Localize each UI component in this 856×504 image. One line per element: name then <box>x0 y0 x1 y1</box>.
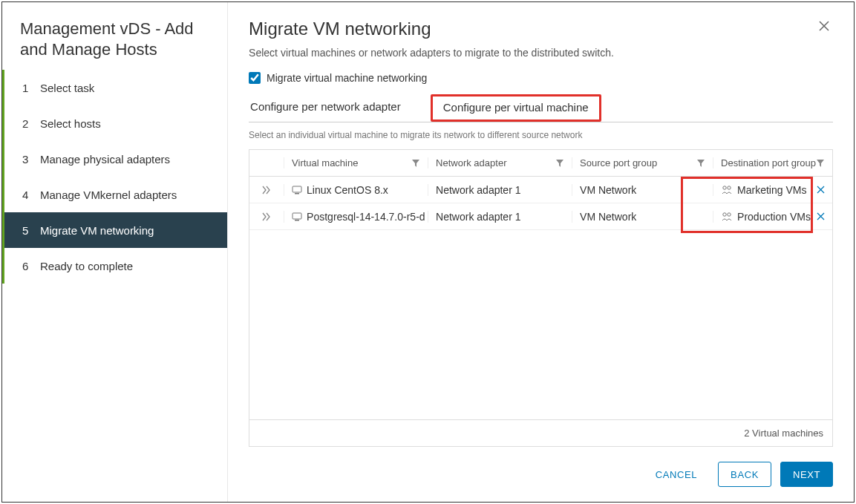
column-header-destination-port-group[interactable]: Destination port group <box>713 157 832 168</box>
close-icon <box>817 212 825 220</box>
expand-row-button[interactable] <box>249 212 284 221</box>
step-number: 2 <box>22 117 40 130</box>
table-footer: 2 Virtual machines <box>249 419 832 446</box>
destination-port-group-cell[interactable]: Marketing VMs <box>713 184 832 196</box>
port-group-icon <box>721 212 733 222</box>
migrate-networking-checkbox[interactable] <box>249 72 261 84</box>
column-header-label: Network adapter <box>436 157 506 168</box>
close-icon <box>818 20 830 32</box>
table-row[interactable]: Postgresql-14-14.7.0-r5-d Network adapte… <box>249 203 832 230</box>
vm-table: Virtual machine Network adapter Source p… <box>249 149 833 447</box>
step-number: 5 <box>22 224 40 237</box>
page-title: Migrate VM networking <box>249 19 614 39</box>
page-description: Select virtual machines or network adapt… <box>249 47 614 59</box>
source-port-group-cell: VM Network <box>572 184 713 196</box>
step-select-task[interactable]: 1 Select task <box>2 70 227 105</box>
step-manage-physical-adapters[interactable]: 3 Manage physical adapters <box>2 141 227 177</box>
svg-point-2 <box>723 186 726 189</box>
vm-icon <box>292 185 302 195</box>
svg-point-6 <box>723 212 726 215</box>
network-adapter-cell: Network adapter 1 <box>428 184 572 196</box>
table-row[interactable]: Linux CentOS 8.x Network adapter 1 VM Ne… <box>249 177 832 203</box>
step-manage-vmkernel-adapters[interactable]: 4 Manage VMkernel adapters <box>2 177 227 212</box>
destination-port-group-value: Production VMs <box>737 211 811 223</box>
filter-icon <box>816 159 825 168</box>
clear-destination-button[interactable] <box>817 212 825 220</box>
svg-rect-5 <box>295 220 299 221</box>
tab-label: Configure per network adapter <box>250 100 401 113</box>
chevron-double-right-icon <box>261 186 272 194</box>
svg-rect-0 <box>293 186 301 192</box>
vm-cell: Postgresql-14-14.7.0-r5-d <box>284 211 428 223</box>
step-label: Manage VMkernel adapters <box>40 189 177 201</box>
back-button[interactable]: BACK <box>718 462 771 487</box>
step-label: Select task <box>40 82 94 94</box>
step-number: 6 <box>22 260 40 272</box>
step-label: Select hosts <box>40 117 101 130</box>
step-ready-to-complete[interactable]: 6 Ready to complete <box>2 248 227 284</box>
step-number: 3 <box>22 153 40 166</box>
step-label: Ready to complete <box>40 260 133 272</box>
svg-point-3 <box>728 186 731 189</box>
close-icon <box>817 186 825 194</box>
step-number: 1 <box>22 82 40 94</box>
column-header-network-adapter[interactable]: Network adapter <box>428 157 572 168</box>
vm-name: Linux CentOS 8.x <box>307 184 388 196</box>
filter-icon <box>411 159 420 168</box>
step-label: Migrate VM networking <box>40 224 154 237</box>
step-label: Manage physical adapters <box>40 153 170 166</box>
network-adapter-cell: Network adapter 1 <box>428 211 572 223</box>
svg-rect-4 <box>293 213 301 219</box>
cancel-button[interactable]: CANCEL <box>644 462 709 487</box>
svg-rect-1 <box>295 193 299 194</box>
tab-per-network-adapter[interactable]: Configure per network adapter <box>249 94 413 122</box>
source-port-group-cell: VM Network <box>572 211 713 223</box>
chevron-double-right-icon <box>261 212 272 221</box>
step-select-hosts[interactable]: 2 Select hosts <box>2 105 227 141</box>
vm-cell: Linux CentOS 8.x <box>284 184 428 196</box>
column-header-label: Virtual machine <box>292 157 358 168</box>
close-button[interactable] <box>815 19 833 33</box>
step-number: 4 <box>22 189 40 201</box>
wizard-sidebar: Management vDS - Add and Manage Hosts 1 … <box>2 2 228 502</box>
vm-name: Postgresql-14-14.7.0-r5-d <box>307 211 425 223</box>
step-migrate-vm-networking[interactable]: 5 Migrate VM networking <box>2 212 227 248</box>
filter-icon <box>696 159 705 168</box>
expand-row-button[interactable] <box>249 186 284 194</box>
svg-point-7 <box>728 212 731 215</box>
column-header-vm[interactable]: Virtual machine <box>284 157 428 168</box>
wizard-title: Management vDS - Add and Manage Hosts <box>2 19 227 70</box>
tab-label: Configure per virtual machine <box>443 101 589 114</box>
clear-destination-button[interactable] <box>817 186 825 194</box>
vm-icon <box>292 212 302 222</box>
table-hint: Select an individual virtual machine to … <box>249 130 833 140</box>
tab-per-virtual-machine[interactable]: Configure per virtual machine <box>431 94 601 122</box>
destination-port-group-value: Marketing VMs <box>737 184 806 196</box>
column-header-label: Destination port group <box>721 157 816 168</box>
port-group-icon <box>721 185 733 195</box>
destination-port-group-cell[interactable]: Production VMs <box>713 211 832 223</box>
next-button[interactable]: NEXT <box>780 462 833 487</box>
column-header-label: Source port group <box>580 157 657 168</box>
filter-icon <box>555 159 564 168</box>
migrate-networking-label: Migrate virtual machine networking <box>267 72 427 84</box>
column-header-source-port-group[interactable]: Source port group <box>572 157 713 168</box>
